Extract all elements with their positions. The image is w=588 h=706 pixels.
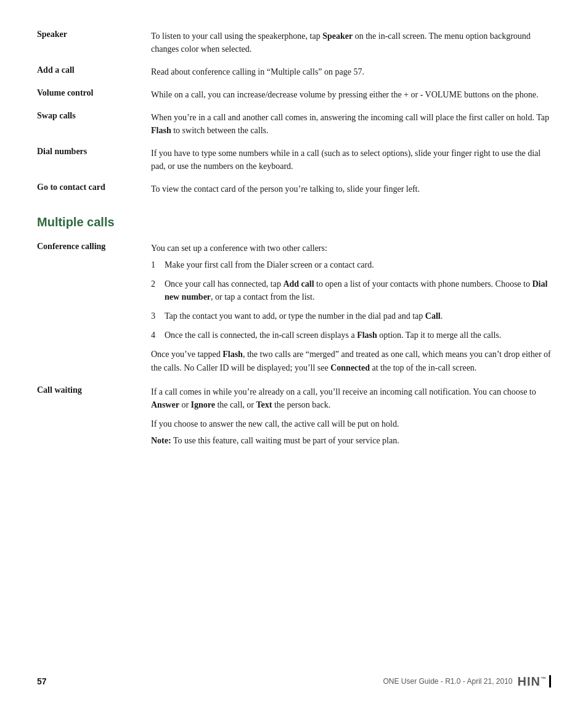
term-row: Volume controlWhile on a call, you can i… xyxy=(37,83,551,106)
cw-para2: If you choose to answer the new call, th… xyxy=(151,417,551,430)
call-waiting-def: If a call comes in while you’re already … xyxy=(151,385,551,447)
term-row: Add a callRead about conference calling … xyxy=(37,60,551,83)
term-row: Dial numbersIf you have to type some num… xyxy=(37,142,551,178)
step-item: 2Once your call has connected, tap Add c… xyxy=(151,277,551,303)
step-number: 1 xyxy=(151,258,162,271)
terms-table: SpeakerTo listen to your call using the … xyxy=(37,25,551,200)
step-number: 2 xyxy=(151,277,162,290)
term-definition: To view the contact card of the person y… xyxy=(151,178,551,200)
conference-term: Conference calling xyxy=(37,242,151,252)
step-text: Make your first call from the Dialer scr… xyxy=(165,258,551,271)
step-text: Once the call is connected, the in-call … xyxy=(165,329,551,342)
term-label: Volume control xyxy=(37,83,151,106)
call-waiting-section: Call waiting If a call comes in while yo… xyxy=(37,385,551,447)
step-text: Once your call has connected, tap Add ca… xyxy=(165,277,551,303)
cw-para1: If a call comes in while you’re already … xyxy=(151,385,551,411)
term-label: Speaker xyxy=(37,25,151,60)
term-label: Go to contact card xyxy=(37,178,151,200)
step-number: 4 xyxy=(151,329,162,342)
term-definition: While on a call, you can increase/decrea… xyxy=(151,83,551,106)
page-number: 57 xyxy=(37,676,47,686)
call-waiting-term: Call waiting xyxy=(37,385,151,395)
section-heading: Multiple calls xyxy=(37,215,551,229)
term-label: Swap calls xyxy=(37,106,151,142)
term-row: SpeakerTo listen to your call using the … xyxy=(37,25,551,60)
term-definition: If you have to type some numbers while i… xyxy=(151,142,551,178)
step-item: 1Make your first call from the Dialer sc… xyxy=(151,258,551,271)
term-definition: To listen to your call using the speaker… xyxy=(151,25,551,60)
conference-intro: You can set up a conference with two oth… xyxy=(151,242,551,255)
footer-info: ONE User Guide - R1.0 - April 21, 2010 H… xyxy=(383,675,551,688)
step-item: 3Tap the contact you want to add, or typ… xyxy=(151,310,551,322)
step-item: 4Once the call is connected, the in-call… xyxy=(151,329,551,342)
term-label: Add a call xyxy=(37,60,151,83)
conference-def: You can set up a conference with two oth… xyxy=(151,242,551,374)
cw-para3: Note: To use this feature, call waiting … xyxy=(151,434,551,447)
footer-text: ONE User Guide - R1.0 - April 21, 2010 xyxy=(383,677,512,686)
page-footer: 57 ONE User Guide - R1.0 - April 21, 201… xyxy=(37,675,551,688)
step-text: Tap the contact you want to add, or type… xyxy=(165,310,551,322)
term-label: Dial numbers xyxy=(37,142,151,178)
hin-logo: HIN™ xyxy=(518,675,551,688)
term-row: Go to contact cardTo view the contact ca… xyxy=(37,178,551,200)
page: SpeakerTo listen to your call using the … xyxy=(0,0,588,706)
term-definition: When you’re in a call and another call c… xyxy=(151,106,551,142)
conference-steps: 1Make your first call from the Dialer sc… xyxy=(151,258,551,342)
conference-extra: Once you’ve tapped Flash, the two calls … xyxy=(151,348,551,374)
term-definition: Read about conference calling in “Multip… xyxy=(151,60,551,83)
conference-section: Conference calling You can set up a conf… xyxy=(37,242,551,374)
term-row: Swap callsWhen you’re in a call and anot… xyxy=(37,106,551,142)
step-number: 3 xyxy=(151,310,162,322)
